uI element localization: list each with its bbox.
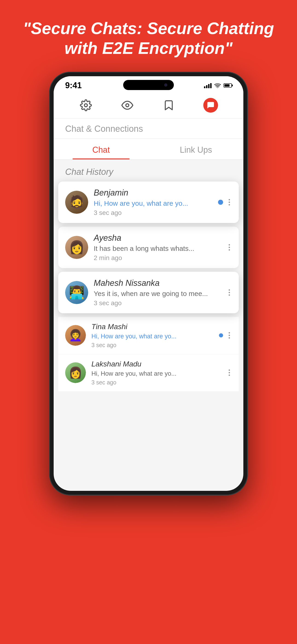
more-button-mahesh[interactable] [227,288,232,298]
chat-item-lakshani[interactable]: 👩 Lakshani Madu Hi, How are you, what ar… [58,354,239,391]
page-title: Chat & Connections [65,124,232,134]
chat-name-benjamin: Benjamin [94,188,212,198]
chat-time-ayesha: 2 min ago [94,254,221,262]
eye-icon [121,99,133,111]
chat-name-tina: Tina Mashi [92,322,214,331]
chat-list: 🧔 Benjamin Hi, How are you, what are yo.… [54,182,243,391]
avatar-lakshani: 👩 [65,362,86,383]
chat-preview-ayesha: It has been a long whats whats... [94,244,221,252]
wifi-icon [214,83,221,88]
chat-item-mahesh[interactable]: 👨‍💻 Mahesh Nissanka Yes it is, when are … [58,272,239,313]
phone-screen: 9:41 [54,76,243,491]
camera-indicator [164,84,168,86]
app-toolbar [54,92,243,118]
chat-item-benjamin[interactable]: 🧔 Benjamin Hi, How are you, what are yo.… [58,182,239,223]
phone-frame: 9:41 [50,72,248,495]
chat-preview-lakshani: Hi, How are you, what are yo... [92,370,221,377]
more-button-lakshani[interactable] [227,368,232,378]
status-icons [204,83,232,88]
chat-info-tina: Tina Mashi Hi, How are you, what are yo.… [92,322,214,348]
more-button-ayesha[interactable] [227,242,232,252]
chat-name-ayesha: Ayesha [94,233,221,243]
svg-point-2 [126,104,129,107]
bookmark-icon [163,99,175,111]
chat-item-tina[interactable]: 👩‍🦱 Tina Mashi Hi, How are you, what are… [58,317,239,354]
chat-preview-mahesh: Yes it is, when are we going to mee... [94,290,221,298]
avatar-ayesha: 👩 [65,236,88,259]
page-title-bar: Chat & Connections [54,118,243,139]
bookmark-button[interactable] [162,98,176,112]
status-bar: 9:41 [54,76,243,92]
chat-preview-tina: Hi, How are you, what are yo... [92,333,214,340]
section-header: Chat History [54,160,243,182]
avatar-benjamin: 🧔 [65,191,88,214]
chat-preview-benjamin: Hi, How are you, what are yo... [94,200,212,207]
battery-icon [224,84,232,88]
chat-name-mahesh: Mahesh Nissanka [94,278,221,288]
headline: "Secure Chats: Secure Chatting with E2E … [0,0,297,72]
chat-time-mahesh: 3 sec ago [94,300,221,307]
more-button-tina[interactable] [227,330,232,340]
avatar-mahesh: 👨‍💻 [65,281,88,304]
settings-button[interactable] [79,98,93,112]
svg-point-1 [84,104,88,107]
chat-actions-mahesh [227,288,232,298]
chat-time-lakshani: 3 sec ago [92,379,221,386]
chat-info-ayesha: Ayesha It has been a long whats whats...… [94,233,221,262]
tab-chat[interactable]: Chat [54,139,148,160]
chat-info-benjamin: Benjamin Hi, How are you, what are yo...… [94,188,212,216]
dynamic-island [123,80,174,90]
signal-icon [204,83,212,88]
visibility-button[interactable] [120,98,134,112]
tabs-bar: Chat Link Ups [54,139,243,160]
gear-icon [80,99,92,111]
chat-name-lakshani: Lakshani Madu [92,360,221,368]
chat-bubble-icon [206,101,215,110]
chat-item-ayesha[interactable]: 👩 Ayesha It has been a long whats whats.… [58,227,239,268]
chat-info-lakshani: Lakshani Madu Hi, How are you, what are … [92,360,221,386]
svg-point-0 [217,87,218,88]
chat-actions-lakshani [227,368,232,378]
chat-info-mahesh: Mahesh Nissanka Yes it is, when are we g… [94,278,221,307]
chat-time-tina: 3 sec ago [92,342,214,348]
phone-mockup: 9:41 [45,72,252,644]
section-title: Chat History [65,167,232,177]
chat-actions-ayesha [227,242,232,252]
avatar-tina: 👩‍🦱 [65,325,86,346]
unread-indicator-benjamin [218,200,223,205]
chat-button[interactable] [203,98,218,113]
unread-indicator-tina [219,333,223,338]
status-time: 9:41 [65,80,82,90]
tab-link-ups[interactable]: Link Ups [148,139,243,160]
chat-time-benjamin: 3 sec ago [94,209,212,216]
more-button-benjamin[interactable] [227,197,232,207]
chat-actions-benjamin [218,197,232,207]
chat-actions-tina [219,330,232,340]
